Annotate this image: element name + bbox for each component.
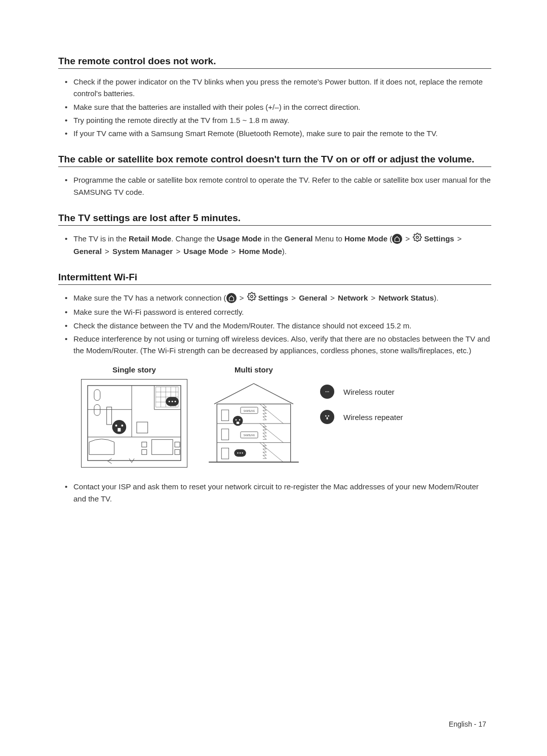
text-bold: Home Mode — [239, 247, 282, 256]
list-item: Programme the cable or satellite box rem… — [67, 174, 491, 198]
text-bold: Usage Mode — [183, 247, 228, 256]
list-cable: Programme the cable or satellite box rem… — [58, 174, 491, 198]
svg-rect-20 — [142, 442, 147, 447]
svg-rect-41 — [221, 429, 228, 440]
list-item: Check if the power indicator on the TV b… — [67, 76, 491, 100]
svg-point-28 — [175, 401, 176, 402]
diagram-multi-story: Multi story — [201, 365, 307, 468]
home-icon — [392, 234, 402, 244]
svg-point-48 — [236, 419, 237, 421]
diagram-title: Single story — [112, 365, 156, 374]
text: Make sure the TV has a network connectio… — [73, 293, 226, 302]
chevron-icon: > — [176, 245, 180, 257]
svg-point-54 — [242, 452, 243, 453]
diagram-row: Single story — [81, 365, 491, 468]
text-bold: Network Status — [378, 293, 434, 302]
floorplan-single-icon — [81, 379, 187, 468]
chevron-icon: > — [231, 245, 236, 257]
gear-icon — [247, 292, 256, 304]
list-wifi-after: Contact your ISP and ask them to reset y… — [58, 481, 491, 505]
svg-rect-19 — [152, 440, 173, 455]
text-bold: General — [285, 234, 313, 243]
chevron-icon: > — [405, 233, 410, 244]
text: in the — [262, 234, 285, 243]
heading-cable: The cable or satellite box remote contro… — [58, 154, 491, 167]
svg-rect-42 — [221, 448, 228, 459]
text: . Change the — [171, 234, 217, 243]
svg-text:SAMSUNG: SAMSUNG — [244, 410, 255, 412]
list-item: Make sure that the batteries are install… — [67, 101, 491, 113]
svg-rect-50 — [237, 422, 239, 424]
svg-rect-32 — [118, 428, 121, 432]
list-item: Try pointing the remote directly at the … — [67, 114, 491, 126]
svg-rect-61 — [327, 417, 328, 419]
svg-point-49 — [239, 419, 241, 421]
diagram-single-story: Single story — [81, 365, 187, 468]
list-item: Check the distance between the TV and th… — [67, 320, 491, 331]
chevron-icon: > — [105, 245, 109, 257]
svg-point-31 — [121, 425, 123, 427]
gear-icon — [413, 233, 422, 245]
list-item: Make sure the TV has a network connectio… — [67, 292, 491, 305]
svg-rect-17 — [94, 405, 100, 416]
svg-point-30 — [115, 425, 117, 427]
text-bold: Settings — [424, 234, 454, 243]
list-item: Reduce interference by not using or turn… — [67, 333, 491, 357]
chevron-icon: > — [457, 233, 462, 244]
text-bold: Retail Mode — [129, 234, 171, 243]
chevron-icon: > — [291, 292, 296, 304]
svg-point-56 — [325, 391, 326, 392]
list-remote: Check if the power indicator on the TV b… — [58, 76, 491, 139]
list-item: Contact your ISP and ask them to reset y… — [67, 481, 491, 505]
router-icon — [320, 385, 334, 399]
text-bold: Home Mode — [344, 234, 387, 243]
list-item: Make sure the Wi-Fi password is entered … — [67, 306, 491, 318]
svg-rect-16 — [94, 390, 100, 401]
svg-rect-33 — [217, 404, 290, 463]
list-settings-lost: The TV is in the Retail Mode. Change the… — [58, 233, 491, 257]
svg-rect-23 — [175, 450, 180, 455]
repeater-icon — [320, 410, 334, 424]
text: ). — [434, 293, 439, 302]
svg-point-1 — [250, 296, 253, 298]
diagram-title: Multi story — [235, 365, 273, 374]
svg-point-53 — [240, 452, 241, 453]
svg-point-58 — [328, 391, 329, 392]
text-bold: Network — [338, 293, 368, 302]
heading-wifi: Intermittent Wi-Fi — [58, 272, 491, 285]
legend-text: Wireless repeater — [343, 413, 403, 422]
svg-point-59 — [325, 415, 327, 417]
text-bold: General — [299, 293, 327, 302]
chevron-icon: > — [330, 292, 335, 304]
text: Menu to — [312, 234, 344, 243]
chevron-icon: > — [371, 292, 375, 304]
svg-rect-24 — [137, 422, 148, 433]
svg-point-60 — [328, 415, 329, 417]
svg-rect-22 — [175, 442, 180, 447]
text-bold: General — [73, 247, 102, 256]
svg-point-57 — [327, 391, 328, 392]
list-item: If your TV came with a Samsung Smart Rem… — [67, 128, 491, 139]
legend: Wireless router Wireless repeater — [320, 365, 403, 468]
chevron-icon: > — [240, 292, 244, 304]
svg-point-29 — [112, 420, 127, 434]
svg-point-26 — [169, 401, 170, 402]
heading-settings-lost: The TV settings are lost after 5 minutes… — [58, 213, 491, 226]
text-bold: Usage Mode — [217, 234, 261, 243]
home-icon — [226, 293, 237, 303]
house-multi-icon: SAMSUNG SAMSUNG — [201, 379, 307, 468]
list-wifi: Make sure the TV has a network connectio… — [58, 292, 491, 356]
svg-point-52 — [237, 452, 238, 453]
svg-rect-21 — [142, 450, 147, 455]
text-bold: Settings — [258, 293, 288, 302]
svg-point-47 — [233, 416, 243, 426]
svg-rect-40 — [221, 410, 228, 421]
legend-row-repeater: Wireless repeater — [320, 410, 403, 424]
text: The TV is in the — [73, 234, 129, 243]
list-item: The TV is in the Retail Mode. Change the… — [67, 233, 491, 257]
page-footer: English - 17 — [449, 720, 486, 728]
heading-remote: The remote control does not work. — [58, 56, 491, 69]
svg-point-27 — [172, 401, 173, 402]
legend-text: Wireless router — [343, 388, 395, 396]
legend-row-router: Wireless router — [320, 385, 403, 399]
